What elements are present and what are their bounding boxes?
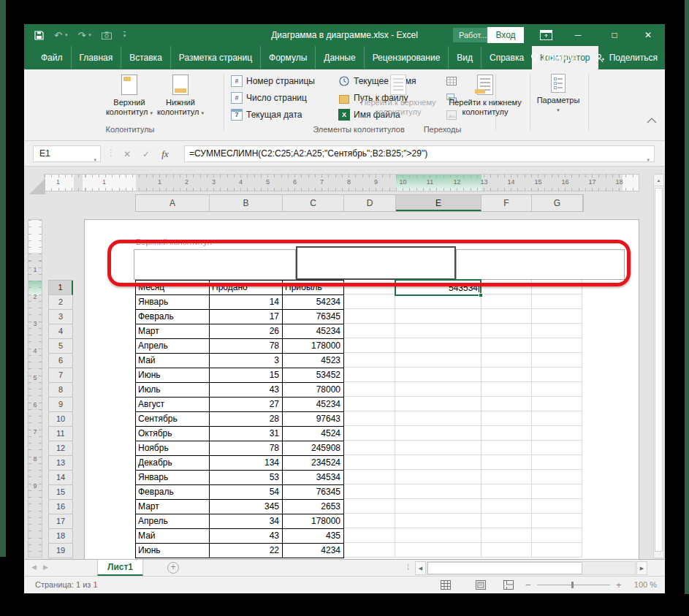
month-cell[interactable]: Август [136, 398, 210, 412]
month-cell[interactable]: Январь [136, 471, 210, 485]
active-cell-e1[interactable]: 543534 [395, 279, 481, 296]
sold-cell[interactable]: 43 [210, 529, 283, 544]
footer-button[interactable]: Нижний колонтитул ▾ [156, 72, 205, 118]
month-cell[interactable]: Март [136, 324, 210, 339]
header-left-section[interactable] [134, 249, 296, 280]
profit-cell[interactable]: 76345 [283, 310, 344, 324]
row-header[interactable]: 18 [48, 529, 73, 544]
collapse-ribbon-icon[interactable] [647, 118, 661, 128]
column-header[interactable]: C [283, 195, 344, 211]
horizontal-scrollbar[interactable] [427, 561, 636, 575]
month-cell[interactable]: Май [136, 354, 210, 368]
table-header-cell[interactable]: Продано [210, 281, 283, 295]
options-button[interactable]: Параметры ▾ [536, 72, 581, 115]
expand-formula-bar-icon[interactable]: ▾ [647, 152, 650, 167]
page-break-view-icon[interactable] [503, 580, 514, 590]
profit-cell[interactable]: 435 [283, 529, 344, 544]
row-header[interactable]: 6 [48, 354, 73, 368]
zoom-in-icon[interactable]: + [616, 577, 622, 593]
row-header[interactable]: 7 [48, 368, 73, 383]
name-box-dropdown-icon[interactable]: ▾ [94, 152, 96, 167]
profit-cell[interactable]: 76345 [283, 485, 344, 500]
formula-bar-drag-handle[interactable]: ⋮ [107, 148, 115, 158]
month-cell[interactable]: Июнь [136, 368, 210, 383]
select-all-corner[interactable] [29, 178, 45, 194]
scroll-up-icon[interactable]: ▲ [654, 175, 663, 186]
profit-cell[interactable]: 54234 [283, 295, 344, 310]
next-sheet-icon[interactable]: ▶ [43, 563, 48, 571]
close-button[interactable]: ✕ [636, 24, 660, 46]
page-number-button[interactable]: # Номер страницы [231, 74, 315, 88]
row-header[interactable]: 11 [48, 427, 73, 441]
add-sheet-button[interactable]: + [167, 562, 179, 574]
sold-cell[interactable]: 31 [210, 427, 283, 441]
month-cell[interactable]: Декабрь [136, 456, 210, 471]
ribbon-tab[interactable]: Справка [481, 46, 532, 69]
help-tab-label[interactable]: Помощн [543, 53, 577, 63]
sold-cell[interactable]: 43 [210, 383, 283, 398]
sold-cell[interactable]: 17 [210, 310, 283, 324]
row-header[interactable]: 19 [48, 544, 73, 558]
vertical-scrollbar[interactable]: ▲ [653, 174, 664, 558]
ribbon-tab[interactable]: Данные [315, 46, 363, 69]
ribbon-tab[interactable]: Главная [71, 46, 121, 69]
fill-handle[interactable] [479, 293, 483, 297]
row-header[interactable]: 13 [48, 456, 73, 471]
share-person-icon[interactable] [595, 53, 605, 63]
vertical-scrollbar-thumb[interactable] [655, 188, 663, 552]
scroll-right-icon[interactable]: ▶ [636, 561, 647, 575]
sold-cell[interactable]: 78 [210, 339, 283, 354]
header-right-section[interactable] [456, 249, 625, 280]
row-header[interactable]: 1 [48, 281, 73, 295]
profit-cell[interactable]: 53452 [283, 368, 344, 383]
sold-cell[interactable]: 345 [210, 500, 283, 514]
ribbon-tab[interactable]: Вставка [121, 46, 170, 69]
profit-cell[interactable]: 45234 [283, 324, 344, 339]
ribbon-tab[interactable]: Вид [448, 46, 481, 69]
page-layout-view-icon[interactable] [476, 580, 486, 590]
insert-function-icon[interactable]: fx [161, 148, 168, 160]
profit-cell[interactable]: 4524 [283, 427, 344, 441]
sign-in-button[interactable]: Вход [487, 27, 524, 43]
profit-cell[interactable]: 2653 [283, 500, 344, 514]
profit-cell[interactable]: 4234 [283, 544, 344, 558]
row-header[interactable]: 12 [48, 441, 73, 456]
row-header[interactable]: 9 [48, 398, 73, 412]
sold-cell[interactable]: 78 [210, 441, 283, 456]
column-header[interactable]: A [136, 195, 210, 211]
zoom-level[interactable]: 100 % [626, 577, 657, 593]
ribbon-tab[interactable]: Файл [33, 46, 71, 69]
row-header[interactable]: 15 [48, 485, 73, 500]
zoom-out-icon[interactable]: − [525, 577, 531, 593]
row-header[interactable]: 2 [48, 295, 73, 310]
sold-cell[interactable]: 15 [210, 368, 283, 383]
profit-cell[interactable]: 178000 [283, 339, 344, 354]
month-cell[interactable]: Февраль [136, 485, 210, 500]
sold-cell[interactable]: 14 [210, 295, 283, 310]
profit-cell[interactable]: 34534 [283, 471, 344, 485]
sold-cell[interactable]: 26 [210, 324, 283, 339]
month-cell[interactable]: Апрель [136, 514, 210, 529]
profit-cell[interactable]: 45234 [283, 398, 344, 412]
share-button-label[interactable]: Поделиться [609, 53, 658, 63]
table-header-cell[interactable]: Месяц [136, 281, 210, 295]
row-header[interactable]: 14 [48, 471, 73, 485]
sold-cell[interactable]: 3 [210, 354, 283, 368]
month-cell[interactable]: Июль [136, 383, 210, 398]
month-cell[interactable]: Апрель [136, 339, 210, 354]
row-header[interactable]: 17 [48, 514, 73, 529]
formula-input[interactable]: =СУММЕСЛИМН(C2:C25;A2:A25;"Сентябрь";B2:… [184, 145, 655, 162]
sold-cell[interactable]: 28 [210, 412, 283, 427]
page-count-button[interactable]: # Число страниц [231, 91, 315, 105]
cancel-formula-icon[interactable]: ✕ [123, 149, 131, 159]
row-header[interactable]: 10 [48, 412, 73, 427]
row-header[interactable]: 3 [48, 310, 73, 324]
ribbon-tab[interactable]: Разметка страниц [170, 46, 260, 69]
table-header-cell[interactable]: Прибыль [283, 281, 344, 295]
current-date-button[interactable]: 7 Текущая дата [231, 107, 315, 122]
profit-cell[interactable]: 245908 [283, 441, 344, 456]
sold-cell[interactable]: 34 [210, 514, 283, 529]
ribbon-tab[interactable]: Формулы [260, 46, 315, 69]
row-header[interactable]: 5 [48, 339, 73, 354]
sheet-tab-list1[interactable]: Лист1 [97, 560, 143, 576]
